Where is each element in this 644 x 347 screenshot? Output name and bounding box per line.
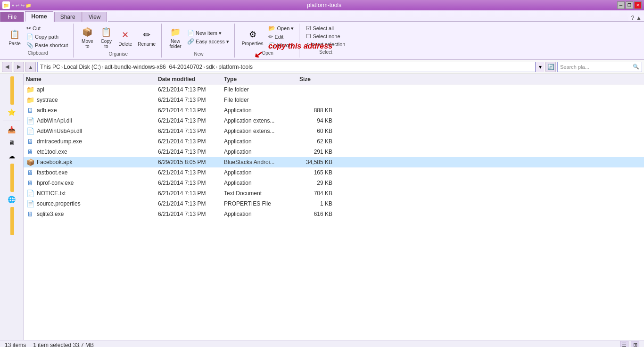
file-icon: 📄 xyxy=(26,189,34,198)
file-list: 📁 api 6/21/2014 7:13 PM File folder 📁 sy… xyxy=(24,84,644,340)
delete-button[interactable]: ✕ Delete xyxy=(116,27,134,48)
file-icon: 🖥 xyxy=(26,106,34,115)
quick-access-bar: ▾ ↩ ↪ 📁 xyxy=(12,3,31,8)
table-row[interactable]: 📦 Facebook.apk 6/29/2015 8:05 PM BlueSta… xyxy=(24,157,644,167)
select-all-button[interactable]: ☑ Select all xyxy=(305,25,347,32)
properties-button[interactable]: ⚙ Properties xyxy=(240,27,265,47)
sidebar-item-network[interactable]: 🌐 xyxy=(3,194,20,205)
open-button[interactable]: 📂 Open ▾ xyxy=(267,25,295,32)
file-name: systrace xyxy=(37,97,158,103)
open-group: ⚙ Properties 📂 Open ▾ ✏ Edit 🕘 History xyxy=(236,24,300,58)
table-row[interactable]: 🖥 fastboot.exe 6/21/2014 7:13 PM Applica… xyxy=(24,167,644,178)
tab-home[interactable]: Home xyxy=(25,11,53,22)
sidebar: ⭐ 📥 🖥 ☁ 🌐 xyxy=(0,74,24,340)
file-icon: 📄 xyxy=(26,116,34,125)
paste-shortcut-button[interactable]: 📎 Paste shortcut xyxy=(25,41,69,49)
organise-buttons: 📦 Moveto 📋 Copyto ✕ Delete ✏ Rename xyxy=(79,25,157,50)
rename-button[interactable]: ✏ Rename xyxy=(136,27,157,48)
file-size: 29 KB xyxy=(299,180,337,186)
ribbon: File Home Share View ? ▲ 📋 Paste ✂ Cut xyxy=(0,10,644,60)
table-row[interactable]: 📁 systrace 6/21/2014 7:13 PM File folder xyxy=(24,95,644,105)
file-icon: 📁 xyxy=(26,85,34,94)
path-sdk[interactable]: sdk xyxy=(206,64,215,70)
table-row[interactable]: 📁 api 6/21/2014 7:13 PM File folder xyxy=(24,84,644,95)
tab-share[interactable]: Share xyxy=(54,12,82,22)
table-row[interactable]: 🖥 sqlite3.exe 6/21/2014 7:13 PM Applicat… xyxy=(24,209,644,219)
help-icon[interactable]: ? xyxy=(631,15,634,21)
tab-file[interactable]: File xyxy=(0,12,24,22)
file-name: dmtracedump.exe xyxy=(37,138,158,145)
easy-access-button[interactable]: 🔗 Easy access ▾ xyxy=(186,38,231,45)
select-all-icon: ☑ xyxy=(306,25,311,32)
sidebar-item-star[interactable]: ⭐ xyxy=(3,107,20,118)
file-icon: 📄 xyxy=(26,127,34,135)
minimize-button[interactable]: ─ xyxy=(617,1,625,9)
rename-icon: ✏ xyxy=(140,28,153,41)
file-type: Text Document xyxy=(224,190,299,197)
move-to-button[interactable]: 📦 Moveto xyxy=(79,25,96,50)
path-platform-tools[interactable]: platform-tools xyxy=(218,64,253,70)
paste-button[interactable]: 📋 Paste xyxy=(6,27,23,47)
table-row[interactable]: 🖥 adb.exe 6/21/2014 7:13 PM Application … xyxy=(24,105,644,116)
file-name: source.properties xyxy=(37,200,158,207)
table-row[interactable]: 🖥 dmtracedump.exe 6/21/2014 7:13 PM Appl… xyxy=(24,136,644,147)
col-header-modified[interactable]: Date modified xyxy=(158,76,224,83)
star-icon: ⭐ xyxy=(8,108,16,116)
col-header-type[interactable]: Type xyxy=(224,76,299,83)
table-row[interactable]: 🖥 hprof-conv.exe 6/21/2014 7:13 PM Appli… xyxy=(24,178,644,188)
expand-ribbon-icon[interactable]: ▲ xyxy=(636,15,642,21)
refresh-button[interactable]: 🔄 xyxy=(545,62,556,72)
copy-path-button[interactable]: 📄 Copy path xyxy=(25,33,69,41)
file-name: hprof-conv.exe xyxy=(37,180,158,186)
selected-info: 1 item selected 33.7 MB xyxy=(33,342,94,347)
col-header-name[interactable]: Name xyxy=(26,76,158,83)
tiles-view-button[interactable]: ⊞ xyxy=(631,341,639,347)
search-box[interactable]: Search pla... 🔍 xyxy=(557,62,642,72)
copy-path-icon: 📄 xyxy=(26,33,33,40)
address-bar[interactable]: This PC › Local Disk (C:) › adt-bundle-w… xyxy=(37,62,536,72)
sidebar-item-desktop[interactable]: 🖥 xyxy=(3,137,20,149)
restore-button[interactable]: ❐ xyxy=(626,1,633,9)
table-row[interactable]: 📄 source.properties 6/21/2014 7:13 PM PR… xyxy=(24,198,644,209)
file-modified: 6/21/2014 7:13 PM xyxy=(158,128,224,134)
sidebar-item-downloads[interactable]: 📥 xyxy=(3,124,20,135)
up-button[interactable]: ▲ xyxy=(25,62,36,72)
table-row[interactable]: 📄 AdbWinApi.dll 6/21/2014 7:13 PM Applic… xyxy=(24,116,644,126)
details-view-button[interactable]: ☰ xyxy=(620,341,628,347)
status-left: 13 items 1 item selected 33.7 MB xyxy=(5,342,94,347)
edit-button[interactable]: ✏ Edit xyxy=(267,33,295,41)
window-title: platform-tools xyxy=(31,2,617,8)
new-item-button[interactable]: 📄 New item ▾ xyxy=(186,29,231,37)
forward-button[interactable]: ▶ xyxy=(14,62,24,72)
tab-view[interactable]: View xyxy=(83,12,107,22)
table-row[interactable]: 🖥 etc1tool.exe 6/21/2014 7:13 PM Applica… xyxy=(24,147,644,157)
status-bar: 13 items 1 item selected 33.7 MB ☰ ⊞ xyxy=(0,340,644,347)
close-button[interactable]: ✕ xyxy=(634,1,642,9)
back-button[interactable]: ◀ xyxy=(2,62,12,72)
select-label: Select xyxy=(319,50,332,55)
sidebar-pin-top xyxy=(10,76,14,105)
table-row[interactable]: 📄 AdbWinUsbApi.dll 6/21/2014 7:13 PM App… xyxy=(24,126,644,136)
file-name: Facebook.apk xyxy=(37,159,158,165)
file-name: fastboot.exe xyxy=(37,169,158,176)
sidebar-item-cloud[interactable]: ☁ xyxy=(3,150,20,162)
path-local-disk[interactable]: Local Disk (C:) xyxy=(64,64,101,70)
cut-button[interactable]: ✂ Cut xyxy=(25,25,69,32)
col-header-size[interactable]: Size xyxy=(299,76,337,83)
path-adt-bundle[interactable]: adt-bundle-windows-x86_64-20140702 xyxy=(105,64,202,70)
edit-icon: ✏ xyxy=(268,33,273,40)
copy-to-button[interactable]: 📋 Copyto xyxy=(98,25,115,50)
ribbon-tabs: File Home Share View ? ▲ xyxy=(0,10,644,22)
path-this-pc[interactable]: This PC xyxy=(40,64,60,70)
select-none-button[interactable]: ☐ Select none xyxy=(305,33,347,40)
move-to-icon: 📦 xyxy=(81,25,94,39)
table-row[interactable]: 📄 NOTICE.txt 6/21/2014 7:13 PM Text Docu… xyxy=(24,188,644,198)
new-folder-icon: 📁 xyxy=(169,25,182,39)
desktop-icon: 🖥 xyxy=(8,139,15,147)
new-folder-button[interactable]: 📁 Newfolder xyxy=(167,25,184,50)
status-right: ☰ ⊞ xyxy=(620,341,639,347)
address-dropdown-button[interactable]: ▾ xyxy=(536,62,544,72)
search-icon: 🔍 xyxy=(633,64,639,70)
address-path: This PC › Local Disk (C:) › adt-bundle-w… xyxy=(40,64,253,70)
file-type: Application xyxy=(224,169,299,176)
